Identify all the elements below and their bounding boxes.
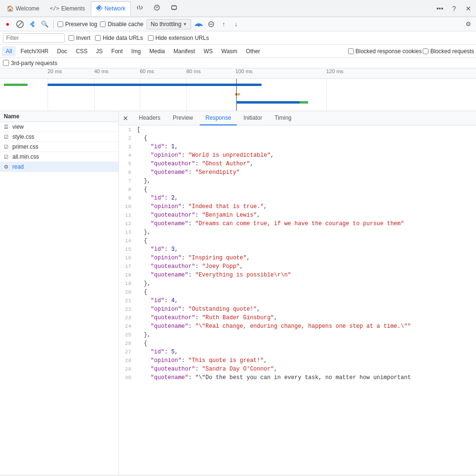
tick-20ms: 20 ms bbox=[48, 68, 62, 74]
type-btn-font[interactable]: Font bbox=[107, 46, 126, 57]
network-item-all-min-css[interactable]: ☑ all.min.css bbox=[0, 152, 118, 162]
third-party-label[interactable]: 3rd-party requests bbox=[3, 60, 57, 67]
disable-cache-label[interactable]: Disable cache bbox=[100, 21, 143, 28]
code-line-18: 18 "quotename": "Everything is possible\… bbox=[119, 271, 476, 279]
help-button[interactable]: ? bbox=[448, 3, 460, 14]
line-content: "opinion": "World is unpredictable", bbox=[137, 151, 472, 160]
line-number: 21 bbox=[119, 296, 137, 305]
tab-performance[interactable] bbox=[149, 1, 165, 16]
line-content: { bbox=[137, 185, 472, 194]
timeline-bar-2 bbox=[48, 84, 262, 86]
line-content: { bbox=[137, 237, 472, 245]
code-line-13: 13 }, bbox=[119, 228, 476, 237]
tab-response[interactable]: Response bbox=[200, 111, 237, 125]
more-button[interactable]: ••• bbox=[434, 3, 446, 14]
tab-timing[interactable]: Timing bbox=[269, 111, 297, 125]
third-party-checkbox[interactable] bbox=[3, 60, 9, 66]
tab-network[interactable]: Network bbox=[91, 1, 131, 16]
svg-rect-2 bbox=[171, 6, 176, 10]
tab-preview[interactable]: Preview bbox=[167, 111, 199, 125]
close-button[interactable]: ✕ bbox=[463, 3, 474, 14]
svg-point-5 bbox=[31, 23, 33, 25]
hide-extension-urls-label[interactable]: Hide extension URLs bbox=[148, 35, 209, 41]
blocked-requests-label[interactable]: Blocked requests bbox=[423, 48, 474, 55]
tab-memory[interactable] bbox=[166, 1, 182, 16]
type-btn-ws[interactable]: WS bbox=[200, 46, 216, 57]
settings-button[interactable]: ⚙ bbox=[464, 19, 473, 29]
line-content: [ bbox=[137, 125, 472, 134]
tick-100ms: 100 ms bbox=[235, 68, 253, 74]
code-line-8: 8 { bbox=[119, 185, 476, 194]
tab-sources[interactable] bbox=[132, 1, 148, 16]
line-number: 18 bbox=[119, 271, 137, 279]
hide-data-urls-label[interactable]: Hide data URLs bbox=[95, 35, 143, 41]
filter-input[interactable] bbox=[3, 33, 65, 43]
timeline-bar-4 bbox=[238, 93, 239, 95]
type-btn-img[interactable]: Img bbox=[127, 46, 145, 57]
block-requests-icon[interactable] bbox=[206, 19, 216, 29]
type-btn-js[interactable]: JS bbox=[92, 46, 107, 57]
line-number: 4 bbox=[119, 151, 137, 160]
line-content: "opinion": "This quote is great!", bbox=[137, 356, 472, 365]
filter-toggle[interactable] bbox=[28, 19, 37, 29]
type-btn-fetch[interactable]: Fetch/XHR bbox=[17, 46, 52, 57]
invert-checkbox[interactable] bbox=[68, 35, 74, 41]
view-icon: ☰ bbox=[4, 124, 10, 130]
tab-elements[interactable]: </> Elements bbox=[45, 1, 90, 16]
blocked-response-cookies-checkbox[interactable] bbox=[348, 48, 354, 54]
network-icon bbox=[96, 5, 103, 13]
type-btn-manifest[interactable]: Manifest bbox=[170, 46, 199, 57]
css-icon-3: ☑ bbox=[4, 154, 10, 160]
type-btn-media[interactable]: Media bbox=[146, 46, 169, 57]
tab-initiator[interactable]: Initiator bbox=[238, 111, 268, 125]
timeline: 20 ms 40 ms 60 ms 80 ms 100 ms 120 ms bbox=[0, 68, 476, 111]
line-content: "quotename": "Everything is possible\r\n… bbox=[137, 271, 472, 279]
record-button[interactable]: ● bbox=[3, 19, 12, 29]
line-content: { bbox=[137, 288, 472, 296]
invert-label[interactable]: Invert bbox=[68, 35, 90, 41]
line-content: "id": 5, bbox=[137, 348, 472, 356]
network-item-primer-css[interactable]: ☑ primer.css bbox=[0, 142, 118, 152]
timeline-bar-6 bbox=[236, 101, 303, 104]
network-item-view[interactable]: ☰ view bbox=[0, 122, 118, 132]
tab-bar-right: ••• ? ✕ bbox=[434, 3, 474, 14]
preserve-log-label[interactable]: Preserve log bbox=[58, 21, 97, 28]
line-number: 11 bbox=[119, 211, 137, 219]
type-btn-css[interactable]: CSS bbox=[72, 46, 91, 57]
export-button[interactable]: ↓ bbox=[231, 19, 241, 29]
type-btn-doc[interactable]: Doc bbox=[53, 46, 71, 57]
network-item-style-css[interactable]: ☑ style.css bbox=[0, 132, 118, 142]
throttle-dropdown[interactable]: No throttling ▼ bbox=[146, 19, 192, 29]
disable-cache-checkbox[interactable] bbox=[100, 21, 106, 27]
line-number: 25 bbox=[119, 331, 137, 339]
line-number: 7 bbox=[119, 177, 137, 185]
code-area[interactable]: 1[2 {3 "id": 1,4 "opinion": "World is un… bbox=[119, 125, 476, 475]
line-content: "quoteauthor": "Ruth Bader Ginsburg", bbox=[137, 314, 472, 322]
right-panel: ✕ Headers Preview Response Initiator Tim… bbox=[119, 111, 476, 475]
blocked-requests-checkbox[interactable] bbox=[423, 48, 428, 54]
filter-bar: Invert Hide data URLs Hide extension URL… bbox=[0, 31, 476, 45]
code-line-27: 27 "id": 5, bbox=[119, 348, 476, 356]
search-button[interactable]: 🔍 bbox=[40, 19, 49, 29]
hide-extension-urls-checkbox[interactable] bbox=[148, 35, 154, 41]
close-detail-button[interactable]: ✕ bbox=[121, 114, 130, 123]
network-conditions-icon[interactable] bbox=[194, 19, 204, 29]
performance-icon bbox=[154, 4, 160, 12]
line-content: }, bbox=[137, 177, 472, 185]
line-content: { bbox=[137, 134, 472, 143]
clear-button[interactable] bbox=[15, 19, 25, 29]
line-content: }, bbox=[137, 279, 472, 288]
network-item-read[interactable]: ⚙ read bbox=[0, 162, 118, 172]
tab-headers[interactable]: Headers bbox=[133, 111, 166, 125]
type-btn-wasm[interactable]: Wasm bbox=[218, 46, 242, 57]
code-line-30: 30 "quotename": "\"Do the best you can i… bbox=[119, 373, 476, 382]
type-btn-all[interactable]: All bbox=[2, 46, 16, 57]
blocked-response-cookies-label[interactable]: Blocked response cookies bbox=[348, 48, 422, 55]
tab-welcome[interactable]: 🏠 Welcome bbox=[2, 1, 44, 16]
import-button[interactable]: ↑ bbox=[219, 19, 228, 29]
read-icon: ⚙ bbox=[4, 164, 10, 170]
type-btn-other[interactable]: Other bbox=[242, 46, 264, 57]
hide-data-urls-checkbox[interactable] bbox=[95, 35, 101, 41]
preserve-log-checkbox[interactable] bbox=[58, 21, 63, 27]
timeline-bars-area bbox=[0, 79, 476, 111]
